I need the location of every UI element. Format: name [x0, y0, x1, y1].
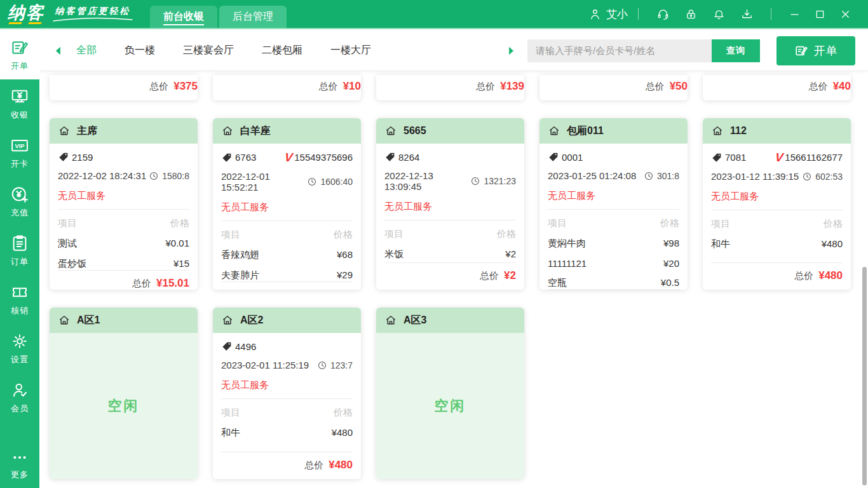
topbar-tab-front-desk[interactable]: 前台收银 [150, 6, 217, 28]
clock-icon [470, 176, 480, 186]
duration: 1580:8 [149, 171, 189, 181]
sidebar-item-cashier[interactable]: 收银 [0, 79, 39, 128]
sidebar-item-orders[interactable]: 订单 [0, 226, 39, 275]
card-total-row: 总价¥375 [50, 75, 198, 100]
table-name: 包厢011 [567, 125, 604, 138]
items-header-row: 项目价格 [58, 209, 189, 229]
floor-filter-0[interactable]: 全部 [76, 44, 97, 57]
tag-icon [221, 152, 233, 163]
card-body: 6763V155493756962022-12-01 15:52:211606:… [213, 144, 361, 290]
card-body: 空闲 [50, 333, 198, 479]
vip-icon: VIP [10, 136, 29, 155]
home-icon [58, 314, 71, 327]
sidebar-item-members[interactable]: 会员 [0, 373, 39, 422]
clock-icon [802, 172, 812, 182]
card-total-row: 总价¥118.51 [548, 289, 679, 290]
cashier-icon [10, 87, 29, 106]
home-icon [548, 125, 560, 137]
table-card[interactable]: A区244962023-02-01 11:25:19123:7无员工服务项目价格… [213, 308, 361, 479]
table-card-partial[interactable]: 总价¥40 [703, 75, 851, 100]
card-body: 21592022-12-02 18:24:311580:8无员工服务项目价格测试… [50, 144, 198, 290]
sidebar-item-settings[interactable]: 设置 [0, 324, 39, 373]
lock-button[interactable] [682, 6, 699, 22]
prev-floors-button[interactable] [52, 44, 65, 57]
home-icon [221, 314, 234, 327]
settings-icon [10, 332, 29, 351]
user-icon [588, 8, 602, 21]
table-card[interactable]: 1127081V156611626772023-01-12 11:39:1560… [703, 118, 851, 290]
tag-icon [221, 152, 233, 163]
search-button[interactable]: 查询 [712, 39, 760, 62]
table-card[interactable]: 包厢01100012023-01-25 01:24:08301:8无员工服务项目… [539, 118, 688, 290]
table-card[interactable]: 白羊座6763V155493756962022-12-01 15:52:2116… [213, 118, 361, 290]
time-row: 2022-12-13 13:09:451321:23 [384, 170, 516, 192]
duration-value: 1606:40 [320, 177, 353, 187]
no-staff-label: 无员工服务 [548, 190, 679, 202]
open-order-button[interactable]: 开单 [776, 36, 855, 65]
sidebar-item-more[interactable]: 更多 [0, 447, 39, 488]
next-floors-button[interactable] [505, 44, 517, 57]
total-value: ¥2 [504, 269, 516, 282]
price-col-header: 价格 [497, 228, 516, 240]
sidebar-item-verify[interactable]: 核销 [0, 275, 39, 324]
total-value: ¥480 [329, 459, 353, 471]
total-value: ¥50 [670, 80, 688, 93]
current-user[interactable]: 艾小 [588, 7, 628, 22]
download-button[interactable] [738, 6, 755, 22]
app-logo: 纳客 纳客管店更轻松 [0, 4, 142, 24]
clock-icon [317, 360, 327, 370]
card-total-row: 总价¥139 [376, 75, 524, 100]
item-price: ¥29 [337, 269, 353, 281]
minimize-button[interactable] [785, 5, 803, 23]
floor-filter-1[interactable]: 负一楼 [125, 44, 155, 57]
search-input[interactable] [527, 39, 712, 62]
logo-slogan: 纳客管店更轻松 [52, 6, 133, 22]
topbar-tab-back-office[interactable]: 后台管理 [219, 6, 287, 28]
table-card-partial[interactable]: 总价¥375 [50, 75, 198, 100]
clock-icon [644, 171, 654, 181]
total-value: ¥15.01 [156, 277, 189, 290]
table-card-partial[interactable]: 总价¥10 [213, 75, 361, 100]
sidebar: 开单收银VIP开卡充值订单核销设置会员更多 [0, 30, 39, 488]
item-name: 蛋炒饭 [58, 258, 86, 270]
home-icon [221, 314, 234, 327]
tag-icon [384, 151, 396, 163]
bell-icon [712, 8, 726, 21]
hand-tag-number: 4496 [235, 341, 256, 352]
sidebar-item-open-order[interactable]: 开单 [0, 30, 39, 79]
floor-filter-3[interactable]: 二楼包厢 [262, 44, 302, 57]
tag-row: 2159 [58, 151, 189, 163]
sidebar-item-vip-card[interactable]: VIP开卡 [0, 128, 39, 177]
price-col-header: 价格 [824, 218, 843, 230]
duration-value: 1321:23 [484, 176, 516, 186]
open-datetime: 2022-12-13 13:09:45 [384, 170, 470, 192]
close-button[interactable] [836, 5, 854, 23]
headset-button[interactable] [654, 6, 671, 22]
no-staff-label: 无员工服务 [221, 379, 353, 391]
table-card-partial[interactable]: 总价¥50 [539, 75, 688, 100]
total-value: ¥139 [500, 80, 524, 93]
table-card[interactable]: A区3空闲 [376, 308, 524, 479]
table-card-partial[interactable]: 总价¥139 [376, 75, 524, 100]
sidebar-item-recharge[interactable]: 充值 [0, 177, 39, 226]
order-item-row: 米饭¥2 [384, 248, 516, 261]
no-staff-label: 无员工服务 [384, 201, 516, 213]
floor-filter-4[interactable]: 一楼大厅 [330, 44, 371, 57]
table-card[interactable]: A区1空闲 [50, 308, 198, 479]
floor-filter-2[interactable]: 三楼宴会厅 [183, 44, 234, 57]
table-card[interactable]: 566582642022-12-13 13:09:451321:23无员工服务项… [376, 118, 524, 290]
vertical-scrollbar-thumb[interactable] [862, 267, 867, 485]
item-name: 测试 [58, 238, 77, 250]
recharge-icon [10, 185, 29, 204]
table-card[interactable]: 主席21592022-12-02 18:24:311580:8无员工服务项目价格… [50, 118, 198, 290]
table-name: 112 [730, 125, 747, 137]
total-label: 总价 [809, 81, 828, 93]
duration: 1606:40 [307, 177, 353, 187]
bell-button[interactable] [710, 6, 727, 22]
card-total-row: 总价¥50 [539, 75, 688, 100]
card-total-row: 总价¥2 [384, 262, 516, 290]
more-icon [11, 449, 28, 466]
card-header: 包厢011 [539, 118, 688, 144]
maximize-button[interactable] [811, 5, 829, 23]
user-icon [588, 8, 602, 21]
